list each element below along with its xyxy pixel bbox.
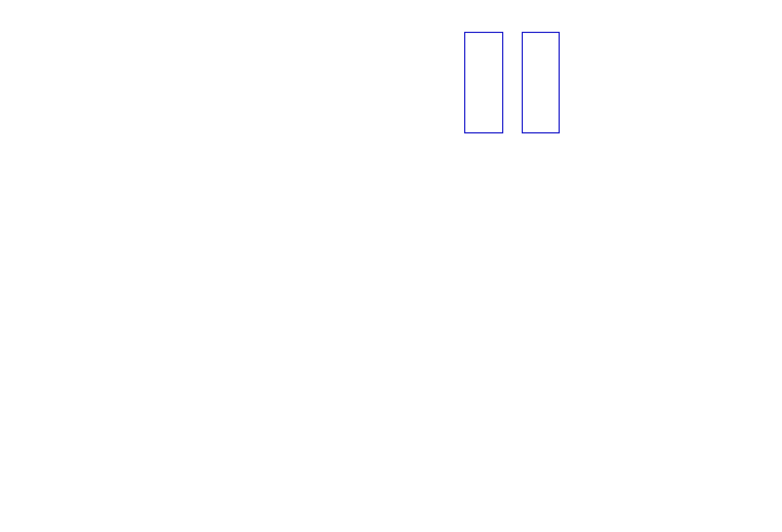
kpno-image-panel (227, 294, 338, 403)
elixer-detection-report (0, 0, 782, 532)
lineflux-map-panel (123, 294, 235, 403)
line-fit-chart (578, 26, 735, 122)
fiber-positions-panel (19, 294, 131, 403)
cutout-grid (260, 18, 444, 146)
clean-image (522, 32, 560, 133)
with-sky-image (464, 32, 503, 133)
full-spectrum-chart (34, 141, 748, 260)
